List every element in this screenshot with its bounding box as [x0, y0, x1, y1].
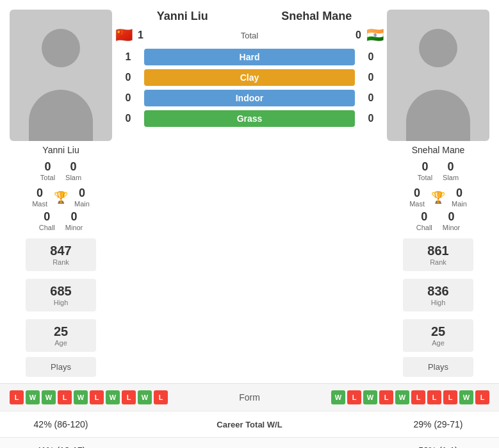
left-total-pair: 0 Total	[40, 160, 55, 181]
left-form-7: W	[106, 390, 120, 404]
middle-block: Yanni Liu Snehal Mane 🇨🇳 1 Total 🇮🇳 0	[115, 10, 384, 233]
left-age-label: Age	[32, 339, 90, 347]
clay-right-count: 0	[361, 72, 380, 83]
right-rank-val: 861	[409, 244, 467, 258]
left-age-val: 25	[32, 324, 90, 339]
right-name-top: Snehal Mane	[250, 10, 384, 23]
right-form-4: L	[379, 390, 393, 404]
right-main-label: Main	[452, 200, 467, 208]
left-trophy-row: 0 Mast 🏆 0 Main	[32, 187, 90, 208]
left-mast-pair: 0 Mast	[32, 187, 47, 208]
left-player-name: Yanni Liu	[42, 145, 79, 155]
right-total-label: Total	[418, 174, 432, 181]
left-chall-minor-row: 0 Chall 0 Minor	[39, 210, 83, 231]
left-trophy-icon: 🏆	[54, 190, 68, 204]
left-form-1: L	[10, 390, 24, 404]
right-main-val: 0	[456, 187, 462, 200]
left-high-box: 685 High	[26, 279, 96, 311]
ytd-wl-label: YTD W/L	[109, 446, 390, 449]
left-mast-val: 0	[37, 187, 43, 200]
left-player-photo	[10, 10, 112, 141]
stats-row-career-total: 42% (86-120) Career Total W/L 29% (29-71…	[0, 411, 499, 437]
left-high-label: High	[32, 299, 90, 306]
right-form-6: L	[411, 390, 425, 404]
clay-left-count: 0	[119, 72, 138, 83]
right-slam-val: 0	[448, 160, 454, 174]
right-age-label: Age	[409, 339, 467, 347]
right-chall-pair: 0 Chall	[416, 210, 432, 231]
left-form-8: L	[122, 390, 136, 404]
left-main-label: Main	[74, 200, 90, 208]
surface-row-grass: 0 Grass 0	[119, 110, 380, 127]
right-total-count: 0	[356, 29, 361, 41]
right-form-10: L	[475, 390, 489, 404]
career-total-label: Career Total W/L	[109, 420, 390, 429]
right-minor-pair: 0 Minor	[443, 210, 461, 231]
right-form-7: L	[427, 390, 441, 404]
left-rank-box: 847 Rank	[26, 238, 96, 271]
right-form-1: W	[331, 390, 345, 404]
ytd-wl-right: 50% (1-1)	[390, 445, 486, 448]
left-chall-pair: 0 Chall	[39, 210, 55, 231]
right-chall-label: Chall	[416, 224, 432, 231]
left-plays-box: Plays	[26, 357, 96, 377]
right-player-head	[419, 29, 457, 67]
right-high-val: 836	[409, 284, 467, 299]
right-rank-label: Rank	[409, 258, 467, 266]
left-high-val: 685	[32, 284, 90, 299]
right-chall-val: 0	[421, 210, 427, 224]
surface-rows: 1 Hard 0 0 Clay 0 0 Indoor 0 0 Grass	[115, 49, 384, 127]
right-main-pair: 0 Main	[452, 187, 467, 208]
left-form-4: L	[58, 390, 72, 404]
surface-row-indoor: 0 Indoor 0	[119, 90, 380, 106]
right-minor-val: 0	[448, 210, 455, 224]
indoor-badge: Indoor	[144, 90, 355, 106]
left-chall-label: Chall	[39, 224, 55, 231]
left-form-5: W	[74, 390, 88, 404]
form-label: Form	[224, 392, 275, 402]
left-name-top-text: Yanni Liu	[157, 10, 208, 22]
left-minor-label: Minor	[65, 224, 83, 231]
left-age-box: 25 Age	[26, 319, 96, 352]
left-form-9: W	[138, 390, 152, 404]
top-section: Yanni Liu 0 Total 0 Slam 0 Mast 🏆	[0, 0, 499, 236]
right-total-pair: 0 Total	[418, 160, 432, 181]
left-form-badges: L W W L W L W L W L	[10, 390, 168, 404]
grass-left-count: 0	[119, 113, 138, 124]
right-player-block: Snehal Mane 0 Total 0 Slam 0 Mast 🏆	[384, 10, 493, 233]
right-name-top-text: Snehal Mane	[281, 10, 352, 22]
left-form-2: W	[26, 390, 40, 404]
main-container: Yanni Liu 0 Total 0 Slam 0 Mast 🏆	[0, 0, 499, 448]
left-player-block: Yanni Liu 0 Total 0 Slam 0 Mast 🏆	[6, 10, 115, 233]
grass-right-count: 0	[361, 113, 380, 124]
right-rank-box: 861 Rank	[403, 238, 473, 271]
career-total-right: 29% (29-71)	[390, 419, 486, 429]
right-mast-pair: 0 Mast	[409, 187, 425, 208]
left-main-pair: 0 Main	[74, 187, 90, 208]
left-rank-label: Rank	[32, 258, 90, 266]
right-form-9: W	[459, 390, 473, 404]
left-side-boxes: 847 Rank 685 High 25 Age Plays	[6, 236, 115, 377]
right-minor-label: Minor	[443, 224, 461, 231]
left-form-10: L	[154, 390, 168, 404]
right-high-label: High	[409, 299, 467, 306]
flags-total-row: 🇨🇳 1 Total 🇮🇳 0	[115, 27, 384, 44]
clay-badge: Clay	[144, 69, 355, 86]
right-flag: 🇮🇳	[366, 27, 384, 44]
surface-row-clay: 0 Clay 0	[119, 69, 380, 86]
right-trophy-row: 0 Mast 🏆 0 Main	[409, 187, 467, 208]
names-row: Yanni Liu Snehal Mane	[115, 10, 384, 23]
indoor-right-count: 0	[361, 92, 380, 104]
left-chall-val: 0	[44, 210, 50, 224]
right-form-3: W	[363, 390, 377, 404]
right-slam-pair: 0 Slam	[443, 160, 459, 181]
surface-row-hard: 1 Hard 0	[119, 49, 380, 65]
indoor-left-count: 0	[119, 92, 138, 104]
right-high-box: 836 High	[403, 279, 473, 311]
right-player-body	[406, 90, 470, 141]
right-form-8: L	[443, 390, 457, 404]
side-stats-row: 847 Rank 685 High 25 Age Plays 861 Rank	[0, 236, 499, 383]
left-flag: 🇨🇳	[115, 27, 133, 44]
center-spacer	[115, 236, 384, 377]
left-slam-pair: 0 Slam	[65, 160, 81, 181]
